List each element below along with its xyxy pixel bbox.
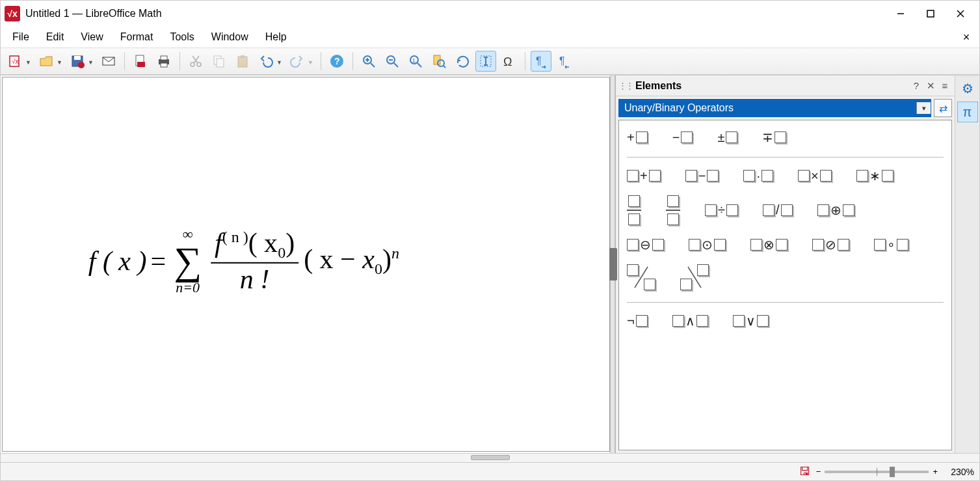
toolbar-separator <box>179 52 180 70</box>
sigma-icon: ∑ <box>174 241 202 281</box>
toolbar-separator <box>321 52 321 70</box>
panel-close-button[interactable]: ✕ <box>923 80 938 92</box>
formula-cursor-button[interactable] <box>475 51 496 72</box>
element-or[interactable]: ∨ <box>733 313 769 329</box>
sidebar-tabs: ⚙ π <box>955 76 979 453</box>
svg-rect-7 <box>74 56 81 60</box>
rendered-formula: f ( x ) = ∞ ∑ n=0 f( n )( x0) n ! ( x − … <box>88 227 399 295</box>
help-button[interactable]: ? <box>326 51 347 72</box>
main-area: f ( x ) = ∞ ∑ n=0 f( n )( x0) n ! ( x − … <box>1 75 979 453</box>
sidebar-tab-properties[interactable]: ⚙ <box>957 78 978 99</box>
element-minusplus-sign[interactable]: ∓ <box>762 130 786 145</box>
element-widebslash[interactable] <box>680 264 709 290</box>
zoom-100-button[interactable]: 1 <box>405 51 426 72</box>
menu-tools[interactable]: Tools <box>162 29 202 46</box>
toolbar-separator <box>525 52 525 70</box>
close-button[interactable] <box>946 1 975 27</box>
zoom-out-icon[interactable]: − <box>816 467 821 476</box>
chevron-down-icon: ▾ <box>916 102 931 114</box>
element-division-slash[interactable]: / <box>763 195 793 225</box>
menu-file[interactable]: File <box>5 29 37 46</box>
elements-grid: + − ± ∓ + − · × ∗ ÷ / <box>618 120 952 450</box>
rtl-button[interactable]: ¶ <box>554 51 575 72</box>
zoom-in-icon[interactable]: + <box>933 467 938 476</box>
element-plusminus-sign[interactable]: ± <box>717 130 737 145</box>
svg-text:¶: ¶ <box>559 55 565 66</box>
element-fraction[interactable] <box>627 195 641 225</box>
svg-line-26 <box>371 63 375 67</box>
element-addition[interactable]: + <box>627 168 661 184</box>
element-minus-sign[interactable]: − <box>672 130 693 145</box>
element-multiplication-star[interactable]: ∗ <box>856 168 894 184</box>
svg-line-37 <box>444 66 445 68</box>
export-pdf-button[interactable] <box>130 51 151 72</box>
print-button[interactable] <box>153 51 174 72</box>
elements-panel-header: ⋮⋮ Elements ? ✕ ≡ <box>616 76 955 96</box>
element-not[interactable]: ¬ <box>627 313 648 329</box>
zoom-page-button[interactable] <box>429 51 449 72</box>
zoom-out-button[interactable] <box>382 51 403 72</box>
undo-button[interactable]: ▼ <box>256 51 276 72</box>
panel-settings-button[interactable]: ⇄ <box>934 99 952 117</box>
element-plus-sign[interactable]: + <box>627 130 648 145</box>
zoom-percent[interactable]: 230% <box>943 467 974 477</box>
app-icon: √x <box>5 6 20 21</box>
svg-text:?: ? <box>334 56 340 66</box>
menu-bar: File Edit View Format Tools Window Help … <box>1 27 979 48</box>
cut-button[interactable] <box>185 51 206 72</box>
element-wideslash[interactable] <box>627 264 656 290</box>
element-fraction-alt[interactable] <box>666 195 680 225</box>
panel-menu-button[interactable]: ≡ <box>938 80 952 91</box>
element-subtraction[interactable]: − <box>685 168 719 184</box>
copy-button[interactable] <box>209 51 230 72</box>
sidebar-tab-elements[interactable]: π <box>957 102 978 122</box>
svg-text:√x: √x <box>12 58 19 65</box>
element-and[interactable]: ∧ <box>672 313 708 329</box>
element-circled-plus[interactable]: ⊕ <box>817 195 854 225</box>
element-division[interactable]: ÷ <box>705 195 738 225</box>
redo-button[interactable]: ▼ <box>287 51 308 72</box>
formula-fraction: f( n )( x0) n ! <box>211 227 298 294</box>
element-multiplication-dot[interactable]: · <box>743 168 773 184</box>
svg-rect-21 <box>238 57 247 67</box>
formula-preview[interactable]: f ( x ) = ∞ ∑ n=0 f( n )( x0) n ! ( x − … <box>2 77 610 452</box>
minimize-button[interactable] <box>886 1 916 27</box>
formula-lhs: f ( x ) <box>88 245 147 277</box>
new-button[interactable]: √x▼ <box>5 51 25 72</box>
menu-window[interactable]: Window <box>204 29 256 46</box>
element-circled-slash[interactable]: ⊘ <box>812 237 849 253</box>
zoom-slider[interactable]: − + <box>816 467 938 476</box>
window-title: Untitled 1 — LibreOffice Math <box>25 8 162 20</box>
save-status-icon[interactable]: 🖫 <box>799 465 811 478</box>
menu-format[interactable]: Format <box>113 29 161 46</box>
commands-splitter[interactable] <box>1 453 979 462</box>
refresh-button[interactable] <box>452 51 473 72</box>
grip-icon[interactable]: ⋮⋮ <box>618 81 633 90</box>
paste-button[interactable] <box>232 51 253 72</box>
panel-help-button[interactable]: ? <box>909 80 923 91</box>
mail-button[interactable] <box>98 51 119 72</box>
zoom-in-button[interactable] <box>358 51 379 72</box>
svg-line-30 <box>394 63 398 67</box>
symbols-button[interactable]: Ω <box>499 51 520 72</box>
save-button[interactable]: ▼ <box>67 51 88 72</box>
element-circled-times[interactable]: ⊗ <box>750 237 788 253</box>
vertical-splitter[interactable] <box>610 76 615 453</box>
toolbar-separator <box>352 52 353 70</box>
maximize-button[interactable] <box>916 1 946 27</box>
standard-toolbar: √x▼ ▼ ▼ ▼ ▼ ? 1 Ω ¶ ¶ <box>1 48 979 75</box>
menu-view[interactable]: View <box>73 29 111 46</box>
ltr-button[interactable]: ¶ <box>531 51 551 72</box>
element-circled-minus[interactable]: ⊖ <box>627 237 664 253</box>
element-circle-compose[interactable]: ∘ <box>874 237 908 253</box>
document-close-button[interactable]: × <box>957 31 975 44</box>
open-button[interactable]: ▼ <box>36 51 57 72</box>
fraction-denominator: n ! <box>236 263 274 294</box>
element-circled-dot[interactable]: ⊙ <box>689 237 726 253</box>
menu-help[interactable]: Help <box>258 29 295 46</box>
svg-text:1: 1 <box>412 57 416 64</box>
elements-category-select[interactable]: Unary/Binary Operators ▾ <box>618 99 931 117</box>
menu-edit[interactable]: Edit <box>38 29 72 46</box>
element-multiplication-x[interactable]: × <box>798 168 832 184</box>
svg-line-33 <box>417 63 421 67</box>
